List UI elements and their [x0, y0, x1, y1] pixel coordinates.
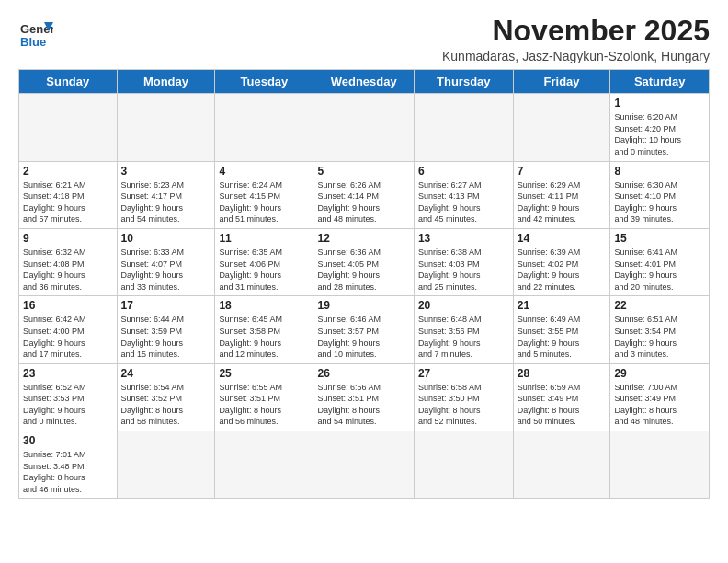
calendar-week-row: 23Sunrise: 6:52 AM Sunset: 3:53 PM Dayli…: [19, 363, 710, 431]
day-info: Sunrise: 6:52 AM Sunset: 3:53 PM Dayligh…: [23, 382, 113, 428]
day-info: Sunrise: 6:29 AM Sunset: 4:11 PM Dayligh…: [518, 179, 607, 225]
calendar-day-cell: 27Sunrise: 6:58 AM Sunset: 3:50 PM Dayli…: [414, 363, 513, 431]
day-number: 18: [219, 299, 309, 312]
header: General Blue November 2025 Kunmadaras, J…: [18, 15, 710, 63]
day-info: Sunrise: 6:42 AM Sunset: 4:00 PM Dayligh…: [23, 314, 113, 360]
day-info: Sunrise: 7:01 AM Sunset: 3:48 PM Dayligh…: [23, 449, 113, 495]
calendar-day-cell: 14Sunrise: 6:39 AM Sunset: 4:02 PM Dayli…: [513, 228, 610, 295]
calendar-day-cell: 30Sunrise: 7:01 AM Sunset: 3:48 PM Dayli…: [19, 431, 118, 499]
day-number: 12: [317, 232, 409, 245]
calendar-day-cell: 22Sunrise: 6:51 AM Sunset: 3:54 PM Dayli…: [610, 296, 710, 363]
day-info: Sunrise: 6:33 AM Sunset: 4:07 PM Dayligh…: [121, 247, 211, 293]
day-number: 21: [518, 299, 607, 312]
calendar-day-cell: [117, 94, 215, 161]
calendar-week-row: 30Sunrise: 7:01 AM Sunset: 3:48 PM Dayli…: [19, 431, 710, 499]
calendar-day-cell: 29Sunrise: 7:00 AM Sunset: 3:49 PM Dayli…: [610, 363, 710, 431]
calendar-day-cell: [414, 94, 513, 161]
generalblue-logo-icon: General Blue: [18, 15, 53, 50]
col-sunday: Sunday: [19, 70, 118, 94]
calendar-day-cell: [19, 94, 118, 161]
day-number: 15: [614, 232, 705, 245]
calendar-day-cell: 6Sunrise: 6:27 AM Sunset: 4:13 PM Daylig…: [414, 161, 513, 228]
day-number: 5: [317, 165, 409, 178]
day-number: 19: [317, 299, 409, 312]
day-number: 28: [518, 367, 607, 380]
day-number: 7: [518, 165, 607, 178]
day-number: 2: [23, 165, 113, 178]
calendar-day-cell: 26Sunrise: 6:56 AM Sunset: 3:51 PM Dayli…: [313, 363, 414, 431]
day-info: Sunrise: 6:39 AM Sunset: 4:02 PM Dayligh…: [518, 247, 607, 293]
day-number: 10: [121, 232, 211, 245]
day-info: Sunrise: 6:36 AM Sunset: 4:05 PM Dayligh…: [317, 247, 409, 293]
calendar-day-cell: 11Sunrise: 6:35 AM Sunset: 4:06 PM Dayli…: [215, 228, 313, 295]
day-number: 8: [614, 165, 705, 178]
calendar-day-cell: 10Sunrise: 6:33 AM Sunset: 4:07 PM Dayli…: [117, 228, 215, 295]
calendar-day-cell: 4Sunrise: 6:24 AM Sunset: 4:15 PM Daylig…: [215, 161, 313, 228]
day-info: Sunrise: 7:00 AM Sunset: 3:49 PM Dayligh…: [614, 382, 705, 428]
calendar-day-cell: 3Sunrise: 6:23 AM Sunset: 4:17 PM Daylig…: [117, 161, 215, 228]
calendar-day-cell: 12Sunrise: 6:36 AM Sunset: 4:05 PM Dayli…: [313, 228, 414, 295]
calendar-day-cell: 8Sunrise: 6:30 AM Sunset: 4:10 PM Daylig…: [610, 161, 710, 228]
calendar-day-cell: 21Sunrise: 6:49 AM Sunset: 3:55 PM Dayli…: [513, 296, 610, 363]
calendar-day-cell: 18Sunrise: 6:45 AM Sunset: 3:58 PM Dayli…: [215, 296, 313, 363]
day-info: Sunrise: 6:46 AM Sunset: 3:57 PM Dayligh…: [317, 314, 409, 360]
col-saturday: Saturday: [610, 70, 710, 94]
calendar-day-cell: [513, 94, 610, 161]
day-number: 11: [219, 232, 309, 245]
day-number: 30: [23, 434, 113, 447]
col-friday: Friday: [513, 70, 610, 94]
day-info: Sunrise: 6:21 AM Sunset: 4:18 PM Dayligh…: [23, 179, 113, 225]
day-info: Sunrise: 6:59 AM Sunset: 3:49 PM Dayligh…: [518, 382, 607, 428]
day-info: Sunrise: 6:35 AM Sunset: 4:06 PM Dayligh…: [219, 247, 309, 293]
day-number: 24: [121, 367, 211, 380]
day-number: 13: [418, 232, 509, 245]
calendar-day-cell: 2Sunrise: 6:21 AM Sunset: 4:18 PM Daylig…: [19, 161, 118, 228]
calendar-day-cell: 5Sunrise: 6:26 AM Sunset: 4:14 PM Daylig…: [313, 161, 414, 228]
day-number: 1: [614, 97, 705, 109]
day-number: 9: [23, 232, 113, 245]
day-info: Sunrise: 6:48 AM Sunset: 3:56 PM Dayligh…: [418, 314, 509, 360]
day-info: Sunrise: 6:49 AM Sunset: 3:55 PM Dayligh…: [518, 314, 607, 360]
day-info: Sunrise: 6:58 AM Sunset: 3:50 PM Dayligh…: [418, 382, 509, 428]
day-info: Sunrise: 6:27 AM Sunset: 4:13 PM Dayligh…: [418, 179, 509, 225]
calendar-day-cell: 24Sunrise: 6:54 AM Sunset: 3:52 PM Dayli…: [117, 363, 215, 431]
calendar-day-cell: 23Sunrise: 6:52 AM Sunset: 3:53 PM Dayli…: [19, 363, 118, 431]
day-number: 3: [121, 165, 211, 178]
calendar-day-cell: [117, 431, 215, 499]
page: General Blue November 2025 Kunmadaras, J…: [0, 0, 728, 508]
day-info: Sunrise: 6:51 AM Sunset: 3:54 PM Dayligh…: [614, 314, 705, 360]
day-info: Sunrise: 6:23 AM Sunset: 4:17 PM Dayligh…: [121, 179, 211, 225]
calendar-day-cell: [513, 431, 610, 499]
day-number: 6: [418, 165, 509, 178]
day-info: Sunrise: 6:32 AM Sunset: 4:08 PM Dayligh…: [23, 247, 113, 293]
calendar-day-cell: 25Sunrise: 6:55 AM Sunset: 3:51 PM Dayli…: [215, 363, 313, 431]
calendar-day-cell: [313, 431, 414, 499]
calendar-day-cell: [215, 431, 313, 499]
day-number: 29: [614, 367, 705, 380]
logo: General Blue: [18, 15, 53, 50]
calendar-day-cell: 7Sunrise: 6:29 AM Sunset: 4:11 PM Daylig…: [513, 161, 610, 228]
day-info: Sunrise: 6:38 AM Sunset: 4:03 PM Dayligh…: [418, 247, 509, 293]
calendar-day-cell: 20Sunrise: 6:48 AM Sunset: 3:56 PM Dayli…: [414, 296, 513, 363]
calendar-day-cell: [215, 94, 313, 161]
title-area: November 2025 Kunmadaras, Jasz-Nagykun-S…: [442, 15, 710, 63]
calendar-day-cell: 16Sunrise: 6:42 AM Sunset: 4:00 PM Dayli…: [19, 296, 118, 363]
day-info: Sunrise: 6:55 AM Sunset: 3:51 PM Dayligh…: [219, 382, 309, 428]
day-info: Sunrise: 6:56 AM Sunset: 3:51 PM Dayligh…: [317, 382, 409, 428]
col-monday: Monday: [117, 70, 215, 94]
day-number: 20: [418, 299, 509, 312]
col-thursday: Thursday: [414, 70, 513, 94]
calendar-day-cell: 17Sunrise: 6:44 AM Sunset: 3:59 PM Dayli…: [117, 296, 215, 363]
calendar-week-row: 1Sunrise: 6:20 AM Sunset: 4:20 PM Daylig…: [19, 94, 710, 161]
calendar-table: Sunday Monday Tuesday Wednesday Thursday…: [18, 69, 710, 499]
calendar-day-cell: 1Sunrise: 6:20 AM Sunset: 4:20 PM Daylig…: [610, 94, 710, 161]
calendar-header-row: Sunday Monday Tuesday Wednesday Thursday…: [19, 70, 710, 94]
day-number: 27: [418, 367, 509, 380]
day-number: 17: [121, 299, 211, 312]
day-number: 23: [23, 367, 113, 380]
day-info: Sunrise: 6:20 AM Sunset: 4:20 PM Dayligh…: [614, 111, 705, 157]
day-info: Sunrise: 6:30 AM Sunset: 4:10 PM Dayligh…: [614, 179, 705, 225]
day-info: Sunrise: 6:26 AM Sunset: 4:14 PM Dayligh…: [317, 179, 409, 225]
day-number: 4: [219, 165, 309, 178]
day-number: 16: [23, 299, 113, 312]
